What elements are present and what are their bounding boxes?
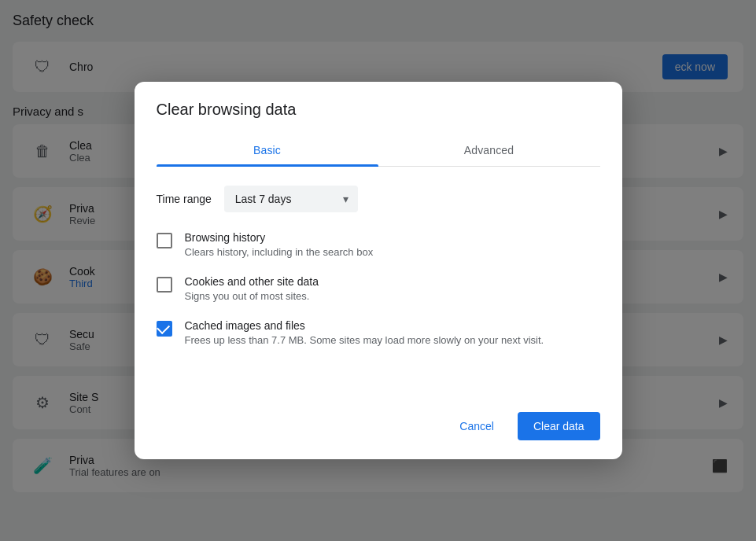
time-range-row: Time range Last hour Last 24 hours Last … xyxy=(157,186,600,212)
cookies-checkbox[interactable] xyxy=(157,277,172,293)
cookies-label: Cookies and other site data xyxy=(185,275,319,288)
cached-images-desc: Frees up less than 7.7 MB. Some sites ma… xyxy=(185,333,544,348)
clear-browsing-data-dialog: Clear browsing data Basic Advanced Time … xyxy=(135,82,622,459)
cookies-item: Cookies and other site data Signs you ou… xyxy=(157,275,600,304)
cached-images-item: Cached images and files Frees up less th… xyxy=(157,319,600,348)
dialog-body: Time range Last hour Last 24 hours Last … xyxy=(135,167,622,399)
time-range-label: Time range xyxy=(157,193,212,205)
cookies-desc: Signs you out of most sites. xyxy=(185,289,319,304)
dialog-header: Clear browsing data Basic Advanced xyxy=(135,82,622,167)
browsing-history-label: Browsing history xyxy=(185,231,374,244)
time-range-select[interactable]: Last hour Last 24 hours Last 7 days Last… xyxy=(235,193,330,205)
tab-advanced[interactable]: Advanced xyxy=(378,134,600,166)
cached-images-checkbox[interactable] xyxy=(157,321,172,337)
browsing-history-desc: Clears history, including in the search … xyxy=(185,245,374,259)
time-range-select-wrapper[interactable]: Last hour Last 24 hours Last 7 days Last… xyxy=(224,186,358,212)
cancel-button[interactable]: Cancel xyxy=(444,412,510,440)
cached-images-label: Cached images and files xyxy=(185,319,544,332)
dialog-tabs: Basic Advanced xyxy=(157,134,600,167)
browsing-history-item: Browsing history Clears history, includi… xyxy=(157,231,600,259)
tab-basic[interactable]: Basic xyxy=(157,134,378,166)
clear-data-button[interactable]: Clear data xyxy=(518,412,600,440)
browsing-history-checkbox[interactable] xyxy=(157,233,172,248)
modal-overlay: Clear browsing data Basic Advanced Time … xyxy=(0,0,756,541)
dialog-footer: Cancel Clear data xyxy=(135,399,622,459)
dialog-title: Clear browsing data xyxy=(157,101,600,119)
